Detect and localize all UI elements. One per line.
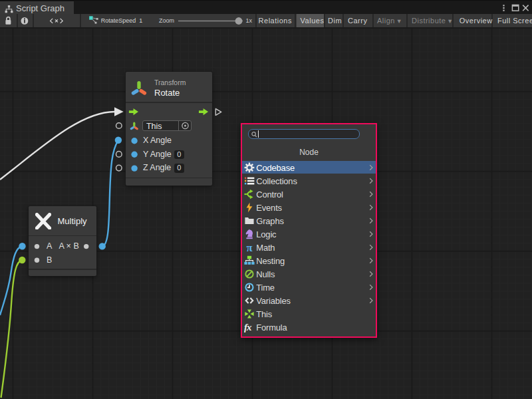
svg-text:π: π xyxy=(247,242,253,253)
svg-text:fx: fx xyxy=(244,322,252,332)
